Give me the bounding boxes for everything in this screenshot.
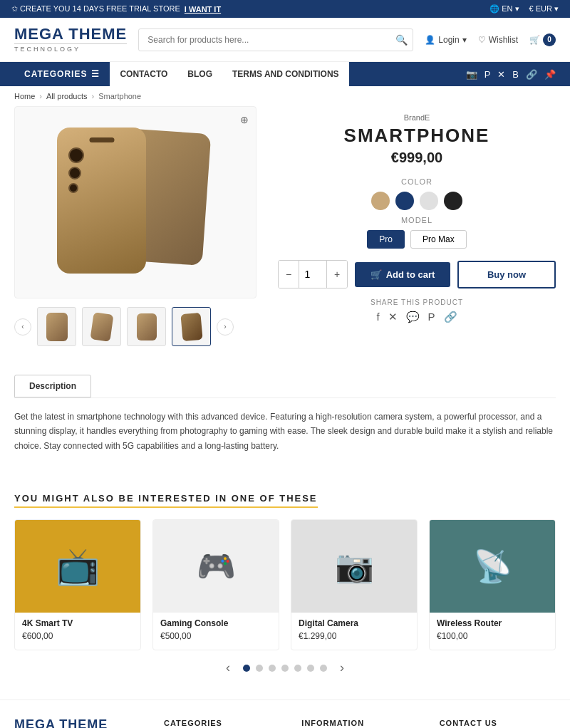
cart-icon-btn: 🛒 (370, 269, 382, 280)
breadcrumb-home[interactable]: Home (14, 92, 35, 100)
banner-cta[interactable]: I WANT IT (185, 5, 221, 14)
qty-decrease[interactable]: − (279, 261, 299, 288)
model-pro-max[interactable]: Pro Max (410, 230, 467, 249)
link-icon[interactable]: 🔗 (526, 69, 537, 80)
add-to-cart-button[interactable]: 🛒 Add to cart (355, 262, 450, 287)
color-label: COLOR (278, 177, 556, 186)
top-banner: ✩ CREATE YOU 14 DAYS FREE TRIAL STORE I … (0, 0, 570, 18)
dot-2[interactable] (256, 665, 263, 672)
product-price-console: €500,00 (160, 631, 271, 641)
banner-right: 🌐 EN ▾ € EUR ▾ (489, 4, 559, 14)
share-pinterest[interactable]: P (428, 311, 435, 323)
instagram-icon[interactable]: 📷 (466, 69, 477, 80)
footer-brand: MEGA THEME TECHNOLOGY Follow us ✉ f 📷 ✕ … (14, 717, 142, 728)
description-section: Description Get the latest in smartphone… (0, 360, 570, 479)
color-black[interactable] (444, 192, 462, 210)
thumbnail-1[interactable] (37, 307, 76, 346)
footer-information-title: INFORMATION (301, 719, 364, 728)
carousel-next[interactable]: › (333, 657, 351, 678)
add-to-cart-row: − + 🛒 Add to cart Buy now (278, 260, 556, 288)
logo-text: MEGA THEME (14, 26, 127, 42)
currency-selector[interactable]: € EUR ▾ (529, 4, 559, 14)
lang-selector[interactable]: 🌐 EN ▾ (489, 4, 519, 14)
tabs: Description (14, 375, 556, 398)
product-card-router[interactable]: 📡 Wireless Router €100,00 (429, 519, 556, 650)
footer-information: INFORMATION Contacto (301, 717, 418, 728)
dot-5[interactable] (294, 665, 301, 672)
share-icons: f ✕ 💬 P 🔗 (278, 311, 556, 323)
product-price-camera: €1.299,00 (299, 631, 410, 641)
model-pro[interactable]: Pro (367, 230, 405, 249)
share-whatsapp[interactable]: 💬 (406, 311, 420, 323)
breadcrumb-current: Smartphone (98, 92, 141, 100)
search-button[interactable]: 🔍 (395, 34, 408, 46)
footer-categories: CATEGORIES Contacto (164, 717, 280, 728)
logo-sub: TECHNOLOGY (14, 43, 127, 53)
color-silver[interactable] (420, 192, 438, 210)
nav-contacto[interactable]: Contacto (110, 62, 177, 86)
behance-icon[interactable]: B (512, 69, 519, 80)
zoom-icon[interactable]: ⊕ (240, 114, 249, 125)
carousel-controls: ‹ › (14, 650, 556, 685)
share-label: SHARE THIS PRODUCT (278, 298, 556, 306)
pin-icon[interactable]: 📌 (544, 69, 556, 80)
header: MEGA THEME TECHNOLOGY 🔍 👤 Login ▾ ♡ Wish… (0, 18, 570, 62)
product-card-camera[interactable]: 📷 Digital Camera €1.299,00 (291, 519, 418, 650)
recommended-title: YOU MIGHT ALSO BE INTERESTED IN ONE OF T… (14, 493, 318, 508)
product-price-router: €100,00 (437, 631, 548, 641)
thumbnail-3[interactable] (127, 307, 166, 346)
logo[interactable]: MEGA THEME TECHNOLOGY (14, 26, 127, 53)
product-card-tv[interactable]: 📺 4K Smart TV €600,00 (14, 519, 141, 650)
login-button[interactable]: 👤 Login ▾ (425, 35, 466, 45)
share-twitter[interactable]: ✕ (388, 311, 398, 323)
product-section: ⊕ ‹ (0, 106, 570, 360)
color-blue[interactable] (395, 192, 414, 210)
product-brand: BrandE (278, 113, 556, 122)
dot-1[interactable] (243, 665, 250, 672)
dot-7[interactable] (320, 665, 327, 672)
nav-blog[interactable]: Blog (177, 62, 222, 86)
dot-4[interactable] (281, 665, 289, 672)
cart-button[interactable]: 🛒 0 (529, 33, 556, 46)
qty-input[interactable] (299, 261, 327, 288)
thumb-next[interactable]: › (217, 318, 234, 336)
quantity-control: − + (278, 260, 348, 288)
twitter-icon[interactable]: ✕ (497, 69, 505, 80)
product-card-console[interactable]: 🎮 Gaming Console €500,00 (152, 519, 279, 650)
color-gold[interactable] (371, 192, 390, 210)
product-img-tv: 📺 (15, 520, 140, 613)
thumbnail-4[interactable] (172, 307, 211, 346)
banner-text: ✩ CREATE YOU 14 DAYS FREE TRIAL STORE (11, 4, 180, 14)
thumb-prev[interactable]: ‹ (14, 318, 31, 336)
footer-categories-title: CATEGORIES (164, 719, 222, 728)
carousel-prev[interactable]: ‹ (219, 657, 237, 678)
buy-now-button[interactable]: Buy now (457, 261, 556, 288)
product-images: ⊕ ‹ (14, 106, 256, 346)
search-input[interactable] (138, 28, 413, 51)
recommended-section: YOU MIGHT ALSO BE INTERESTED IN ONE OF T… (0, 479, 570, 700)
footer-contact: CONTACT US 📍 Santiago, Santiago Metropol… (440, 717, 556, 728)
product-name-tv: 4K Smart TV (22, 618, 133, 628)
product-price: €999,00 (278, 150, 556, 166)
tab-description[interactable]: Description (14, 375, 91, 397)
dot-3[interactable] (269, 665, 276, 672)
wishlist-button[interactable]: ♡ Wishlist (478, 35, 518, 45)
product-name-console: Gaming Console (160, 618, 271, 628)
product-img-console: 🎮 (153, 520, 279, 613)
color-options (278, 192, 556, 210)
qty-increase[interactable]: + (327, 261, 347, 288)
pinterest-icon[interactable]: P (484, 69, 491, 80)
model-options: Pro Pro Max (278, 230, 556, 249)
share-link[interactable]: 🔗 (444, 311, 457, 323)
thumbnail-2[interactable] (82, 307, 121, 346)
categories-button[interactable]: CATEGORIES ☰ (14, 62, 110, 86)
share-facebook[interactable]: f (376, 311, 379, 323)
footer: MEGA THEME TECHNOLOGY Follow us ✉ f 📷 ✕ … (0, 700, 570, 728)
heart-icon: ♡ (478, 35, 486, 45)
breadcrumb-all-products[interactable]: All products (46, 92, 87, 100)
product-img-router: 📡 (430, 520, 555, 613)
navigation: CATEGORIES ☰ Contacto Blog Terms and Con… (0, 62, 570, 86)
model-label: MODEL (278, 216, 556, 224)
dot-6[interactable] (307, 665, 314, 672)
nav-terms[interactable]: Terms and Conditions (222, 62, 349, 86)
